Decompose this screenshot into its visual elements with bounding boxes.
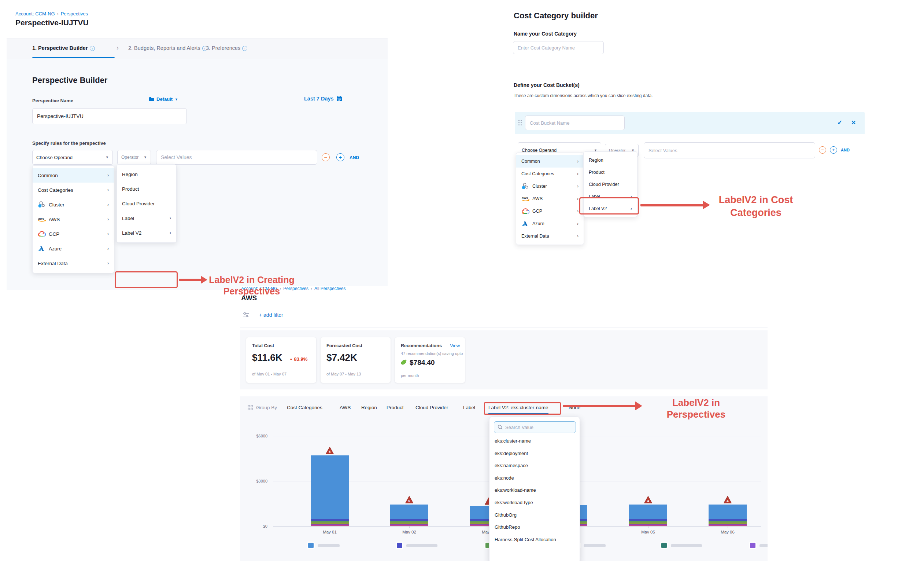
cost-bucket-name-placeholder: Cost Bucket Name [530,120,569,126]
tab-perspective-builder[interactable]: 1. Perspective Builderi [32,45,95,51]
check-icon[interactable]: ✓ [837,119,842,126]
group-by-region[interactable]: Region [361,405,377,413]
dropdown-item-eks-node[interactable]: eks:node [495,475,514,481]
menu-item-external-data[interactable]: External Data› [33,256,114,271]
add-filter-button[interactable]: + add filter [259,312,283,318]
and-operator-label: AND [350,155,359,160]
dropdown-item-eks-deployment[interactable]: eks:deployment [495,451,528,456]
menu-item-azure[interactable]: Azure› [33,241,114,256]
recommendations-subtitle: 47 recommendation(s) saving upto [401,351,463,356]
caret-down-icon: ▼ [175,98,178,101]
group-by-aws[interactable]: AWS [340,405,351,413]
perspective-builder-content: Perspective Builder Perspective Name Def… [7,59,388,290]
cost-bucket-name-input[interactable]: Cost Bucket Name [525,116,625,130]
menu-item-cluster[interactable]: Cluster› [516,180,584,193]
info-icon: i [242,46,247,51]
close-icon[interactable]: ✕ [851,119,856,126]
date-range-picker[interactable]: Last 7 Days [304,96,342,102]
view-recommendations-link[interactable]: View [450,343,460,348]
submenu-item-label[interactable]: Label› [117,211,176,226]
bar-may-01[interactable] [310,456,349,526]
svg-text:5: 5 [328,450,331,454]
bucket-select-values-input[interactable]: Select Values [644,142,815,158]
submenu-item-region[interactable]: Region [584,154,637,166]
bar-may-05[interactable] [629,505,667,526]
search-value-input[interactable]: Search Value [494,421,576,433]
bar-may-06[interactable] [709,505,747,526]
menu-item-gcp[interactable]: GCP› [516,205,584,217]
menu-item-gcp[interactable]: GCP› [33,227,114,241]
group-by-cost-categories[interactable]: Cost Categories [287,405,322,413]
total-cost-label: Total Cost [252,343,274,348]
anomaly-badge[interactable]: 4 [644,495,652,504]
menu-item-external-data[interactable]: External Data› [516,230,584,242]
filter-icon[interactable] [242,312,249,318]
legend-label-clipped [406,544,438,547]
anomaly-badge[interactable]: 5 [405,495,414,504]
choose-operand-select[interactable]: Choose Operand ▼ [32,150,113,165]
forecasted-cost-period: of May 07 - May 13 [327,372,361,376]
folder-selector[interactable]: Default ▼ [149,96,178,102]
dropdown-item-eks-cluster-name[interactable]: eks:cluster-name [495,438,531,444]
group-by-product[interactable]: Product [387,405,404,413]
legend-label-clipped [318,544,340,547]
dropdown-item-harness-split-cost-allocation[interactable]: Harness-Split Cost Allocation [495,537,556,542]
menu-item-aws[interactable]: awsAWS› [516,193,584,205]
bucket-remove-rule-button[interactable]: − [819,146,826,153]
dropdown-item-githubrepo[interactable]: GithubRepo [495,524,520,530]
menu-item-cluster[interactable]: Cluster› [33,197,114,212]
submenu-item-region[interactable]: Region [117,167,176,182]
anomaly-badge[interactable]: 5 [326,446,334,455]
svg-text:5: 5 [408,499,410,503]
perspective-name-input[interactable]: Perspective-IUJTVU [32,108,187,124]
search-icon [498,425,502,430]
labelv2-value-dropdown: Search Value eks:cluster-nameeks:deploym… [489,417,580,561]
x-axis-tick [330,526,330,528]
name-cost-category-label: Name your Cost Category [514,31,577,37]
perspective-builder-page: Account: CCM-NG›Perspectives Perspective… [7,7,388,290]
chevron-right-icon: › [170,230,171,235]
bucket-operand-menu: Common›Cost Categories›Cluster›awsAWS›GC… [516,152,584,245]
menu-item-cost-categories[interactable]: Cost Categories› [33,183,114,197]
cost-category-builder-page: Cost Category builder Name your Cost Cat… [511,8,924,264]
select-values-input[interactable]: Select Values [156,150,317,165]
bar-may-02[interactable] [390,505,428,526]
group-by-label[interactable]: Label [463,405,475,413]
dropdown-item-eks-workload-type[interactable]: eks:workload-type [495,500,533,505]
submenu-item-cloud-provider[interactable]: Cloud Provider [584,178,637,190]
chevron-right-icon: › [577,221,579,226]
submenu-item-product[interactable]: Product [117,182,176,196]
anomaly-badge[interactable]: 4 [723,495,732,504]
aws-icon: aws [38,217,49,222]
bucket-choose-operand-label: Choose Operand [522,148,556,153]
dropdown-item-eks-namespace[interactable]: eks:namespace [495,463,528,468]
operator-select[interactable]: Operator ▼ [117,150,151,165]
remove-rule-button[interactable]: − [322,153,330,161]
dropdown-item-githuborg[interactable]: GithubOrg [495,512,517,518]
chevron-right-icon: › [577,196,579,201]
y-axis-tick: $0 [249,524,267,528]
chevron-right-icon: › [107,202,109,207]
bucket-add-rule-button[interactable]: + [830,146,837,153]
savings-value: $784.40 [410,359,435,367]
dropdown-item-eks-workload-name[interactable]: eks:workload-name [495,487,536,493]
menu-item-aws[interactable]: awsAWS› [33,212,114,227]
submenu-item-product[interactable]: Product [584,166,637,178]
cost-category-name-input[interactable]: Enter Cost Category Name [513,41,604,54]
breadcrumb-all-perspectives-link[interactable]: All Perspectives [314,286,345,291]
tab-preferences[interactable]: 3. Preferencesi [206,45,247,51]
submenu-item-cloud-provider[interactable]: Cloud Provider [117,196,176,211]
group-by-cloud-provider[interactable]: Cloud Provider [416,405,448,413]
x-axis-label: May 02 [394,530,424,534]
x-axis-tick [728,526,728,528]
chevron-right-icon: › [107,261,109,266]
breadcrumb-perspectives-link[interactable]: Perspectives [61,11,88,17]
menu-item-cost-categories[interactable]: Cost Categories› [516,168,584,180]
menu-item-common[interactable]: Common› [33,168,114,183]
drag-handle-icon[interactable] [518,120,522,125]
submenu-item-label-v2[interactable]: Label V2› [117,226,176,240]
menu-item-azure[interactable]: Azure› [516,217,584,230]
menu-item-common[interactable]: Common› [516,155,584,168]
add-rule-button[interactable]: + [336,153,344,161]
breadcrumb-account-link[interactable]: Account: CCM-NG [15,11,55,17]
